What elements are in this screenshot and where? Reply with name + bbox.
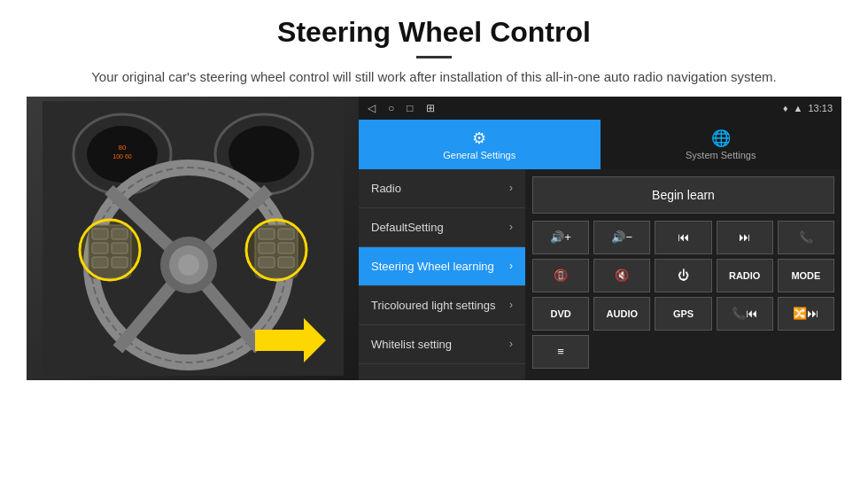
phone-prev-icon: 📞⏮ [732, 307, 757, 320]
left-menu: Radio › DefaultSetting › Steering Wheel … [359, 169, 525, 380]
phone-answer-btn[interactable]: 📞 [778, 221, 834, 254]
volume-down-icon: 🔊− [611, 230, 632, 244]
volume-up-btn[interactable]: 🔊+ [532, 221, 589, 254]
location-icon: ♦ [783, 103, 788, 113]
tab-general-label: General Settings [443, 150, 515, 160]
tricoloured-chevron-icon: › [509, 299, 513, 311]
list-icon: ≡ [557, 345, 564, 358]
svg-text:100 60: 100 60 [112, 153, 132, 160]
mute-btn[interactable]: 🔇 [593, 259, 650, 292]
volume-down-btn[interactable]: 🔊− [593, 221, 650, 254]
control-grid-row2: 📵 🔇 ⏻ RADIO MODE [532, 259, 834, 292]
steering-wheel-image: 80 100 60 [27, 97, 359, 380]
audio-btn[interactable]: AUDIO [593, 297, 650, 331]
control-grid-row3: DVD AUDIO GPS 📞⏮ 🔀⏭ [532, 297, 834, 331]
phone-prev-btn[interactable]: 📞⏮ [717, 297, 773, 331]
next-track-btn[interactable]: ⏭ [717, 221, 773, 254]
audio-label: AUDIO [607, 308, 638, 319]
menu-icon[interactable]: ⊞ [426, 102, 435, 114]
svg-point-15 [178, 254, 199, 276]
status-bar: ◁ ○ □ ⊞ ♦ ▲ 13:13 [359, 97, 841, 120]
dvd-btn[interactable]: DVD [532, 297, 589, 331]
status-time: 13:13 [808, 103, 833, 113]
control-grid-row1: 🔊+ 🔊− ⏮ ⏭ 📞 [532, 221, 834, 254]
status-bar-nav-icons: ◁ ○ □ ⊞ [368, 102, 435, 114]
menu-item-tricoloured-label: Tricoloured light settings [371, 299, 495, 312]
tab-system-label: System Settings [686, 150, 756, 160]
mode-label: MODE [791, 270, 820, 281]
right-panel: Begin learn 🔊+ 🔊− ⏮ ⏭ [525, 169, 841, 380]
gps-label: GPS [673, 308, 694, 319]
shuffle-next-icon: 🔀⏭ [793, 307, 818, 320]
main-content: 80 100 60 [0, 97, 868, 389]
begin-learn-button[interactable]: Begin learn [532, 176, 834, 214]
whitelist-chevron-icon: › [509, 338, 513, 350]
back-icon[interactable]: ◁ [368, 102, 376, 114]
svg-point-30 [80, 220, 140, 280]
tab-system-settings[interactable]: 🌐 System Settings [601, 120, 842, 169]
mode-btn[interactable]: MODE [778, 259, 834, 292]
radio-label: RADIO [729, 270, 760, 281]
menu-item-whitelist[interactable]: Whitelist setting › [359, 325, 525, 364]
svg-text:80: 80 [118, 144, 126, 152]
android-screen: ◁ ○ □ ⊞ ♦ ▲ 13:13 ⚙ General Settings 🌐 S… [359, 97, 841, 380]
power-btn[interactable]: ⏻ [655, 259, 711, 292]
general-settings-icon: ⚙ [472, 129, 486, 148]
prev-track-btn[interactable]: ⏮ [655, 221, 711, 254]
menu-item-default-label: DefaultSetting [371, 221, 444, 234]
volume-up-icon: 🔊+ [550, 230, 571, 244]
radio-chevron-icon: › [509, 182, 513, 194]
menu-item-steering-wheel[interactable]: Steering Wheel learning › [359, 247, 525, 286]
menu-item-default-setting[interactable]: DefaultSetting › [359, 208, 525, 247]
gps-btn[interactable]: GPS [655, 297, 711, 331]
page-description: Your original car's steering wheel contr… [53, 67, 815, 88]
menu-item-tricoloured[interactable]: Tricoloured light settings › [359, 286, 525, 325]
wifi-icon: ▲ [794, 103, 803, 113]
status-bar-right: ♦ ▲ 13:13 [783, 103, 833, 113]
tab-general-settings[interactable]: ⚙ General Settings [359, 120, 601, 169]
phone-icon: 📞 [799, 230, 813, 244]
hangup-icon: 📵 [554, 269, 568, 282]
control-grid-row4: ≡ [532, 335, 834, 369]
page-title: Steering Wheel Control [53, 16, 815, 49]
settings-content: Radio › DefaultSetting › Steering Wheel … [359, 169, 841, 380]
recent-icon[interactable]: □ [407, 102, 413, 114]
steering-wheel-svg: 80 100 60 [43, 101, 344, 376]
power-icon: ⏻ [678, 269, 689, 282]
menu-item-radio-label: Radio [371, 182, 401, 195]
radio-btn[interactable]: RADIO [717, 259, 773, 292]
mute-icon: 🔇 [615, 269, 629, 282]
shuffle-next-btn[interactable]: 🔀⏭ [778, 297, 834, 331]
menu-item-steering-label: Steering Wheel learning [371, 260, 494, 273]
dvd-label: DVD [550, 308, 570, 319]
next-track-icon: ⏭ [739, 230, 750, 244]
svg-point-31 [246, 220, 306, 280]
menu-item-radio[interactable]: Radio › [359, 169, 525, 208]
default-chevron-icon: › [509, 221, 513, 233]
system-settings-icon: 🌐 [711, 129, 731, 148]
phone-hangup-btn[interactable]: 📵 [532, 259, 589, 292]
steering-chevron-icon: › [509, 260, 513, 272]
menu-item-whitelist-label: Whitelist setting [371, 338, 452, 351]
tab-bar: ⚙ General Settings 🌐 System Settings [359, 120, 841, 169]
page-header: Steering Wheel Control Your original car… [0, 0, 868, 97]
prev-track-icon: ⏮ [678, 230, 689, 244]
title-divider [416, 56, 452, 58]
home-icon[interactable]: ○ [388, 102, 394, 114]
list-btn[interactable]: ≡ [532, 335, 589, 369]
